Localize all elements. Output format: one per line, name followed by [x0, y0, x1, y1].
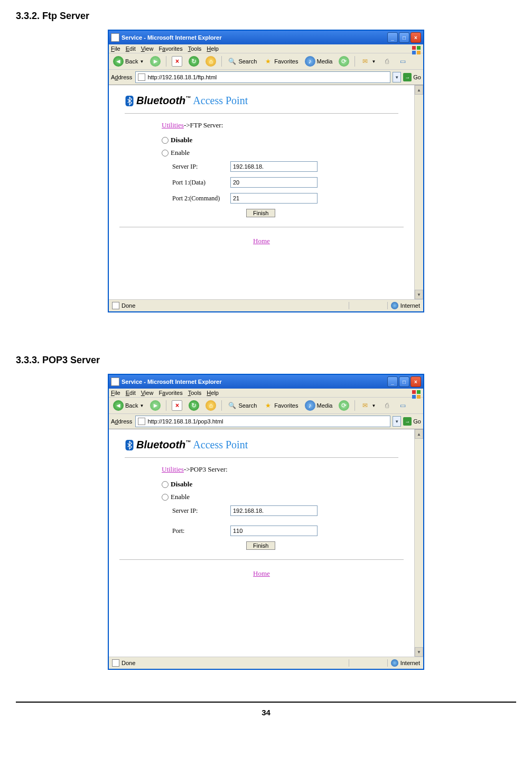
- edit-button[interactable]: ▭: [396, 56, 409, 67]
- go-button[interactable]: →Go: [403, 73, 421, 81]
- minimize-button[interactable]: _: [387, 376, 398, 387]
- port2-input[interactable]: [230, 193, 318, 204]
- menu-file[interactable]: File: [111, 390, 120, 396]
- browser-window-ftp: Service - Microsoft Internet Explorer _ …: [108, 30, 424, 312]
- go-button[interactable]: →Go: [403, 417, 421, 426]
- menu-view[interactable]: View: [141, 45, 154, 52]
- close-button[interactable]: ×: [410, 376, 421, 387]
- server-ip-label: Server IP:: [172, 507, 230, 515]
- enable-radio[interactable]: [162, 150, 169, 156]
- scroll-track[interactable]: [415, 439, 423, 647]
- address-dropdown[interactable]: ▼: [393, 72, 401, 82]
- port2-row: Port 2:(Command): [172, 193, 398, 204]
- port-input[interactable]: [230, 526, 318, 536]
- menu-help[interactable]: Help: [207, 390, 219, 396]
- stop-button[interactable]: ×: [170, 399, 184, 412]
- back-button[interactable]: ◄Back ▼: [111, 399, 146, 412]
- back-button[interactable]: ◄Back ▼: [111, 55, 146, 68]
- maximize-button[interactable]: □: [399, 376, 409, 387]
- port2-label: Port 2:(Command): [172, 195, 230, 202]
- home-button[interactable]: ⌂: [203, 399, 218, 412]
- scroll-down-button[interactable]: ▼: [415, 647, 423, 657]
- server-ip-input[interactable]: [230, 161, 318, 172]
- menu-favorites[interactable]: Favorites: [158, 45, 182, 52]
- home-link[interactable]: Home: [253, 237, 270, 245]
- internet-zone-icon: [391, 659, 398, 667]
- menu-edit[interactable]: Edit: [126, 390, 136, 396]
- svg-rect-7: [412, 395, 416, 399]
- menu-tools[interactable]: Tools: [188, 45, 202, 52]
- history-icon: ⟳: [339, 56, 349, 67]
- scroll-track[interactable]: [415, 95, 423, 290]
- home-button[interactable]: ⌂: [203, 55, 218, 68]
- bluetooth-icon: [125, 96, 134, 106]
- favorites-button[interactable]: ★Favorites: [261, 400, 300, 411]
- address-label: Address: [111, 74, 133, 80]
- forward-icon: ►: [150, 400, 161, 411]
- menu-file[interactable]: File: [111, 45, 120, 52]
- media-label: Media: [317, 402, 333, 409]
- finish-button[interactable]: Finish: [246, 209, 275, 217]
- print-button[interactable]: ⎙: [380, 56, 394, 67]
- close-button[interactable]: ×: [410, 32, 421, 43]
- forward-button[interactable]: ►: [148, 399, 163, 412]
- scroll-down-button[interactable]: ▼: [415, 290, 423, 299]
- breadcrumb-utilities-link[interactable]: Utilities: [162, 121, 184, 129]
- refresh-button[interactable]: ↻: [186, 399, 201, 412]
- menu-edit[interactable]: Edit: [126, 45, 136, 52]
- server-ip-input[interactable]: [230, 505, 318, 516]
- menu-favorites[interactable]: Favorites: [158, 390, 182, 396]
- breadcrumb-rest: ->POP3 Server:: [184, 465, 228, 473]
- browser-window-pop3: Service - Microsoft Internet Explorer _ …: [108, 374, 424, 670]
- forward-button[interactable]: ►: [148, 55, 163, 68]
- scrollbar[interactable]: ▲ ▼: [414, 429, 423, 657]
- search-button[interactable]: 🔍Search: [225, 400, 259, 411]
- home-link[interactable]: Home: [253, 569, 270, 577]
- media-button[interactable]: ♪Media: [303, 399, 335, 412]
- scrollbar[interactable]: ▲ ▼: [414, 85, 423, 299]
- favorites-button[interactable]: ★Favorites: [261, 56, 300, 67]
- history-button[interactable]: ⟳: [337, 399, 351, 412]
- favorites-label: Favorites: [274, 402, 298, 409]
- page-icon: [112, 659, 119, 667]
- svg-rect-6: [417, 390, 421, 394]
- page-footer-rule: [16, 702, 516, 703]
- address-dropdown[interactable]: ▼: [393, 416, 401, 427]
- media-icon: ♪: [305, 56, 315, 67]
- port-label: Port:: [172, 527, 230, 535]
- finish-button[interactable]: Finish: [246, 541, 275, 550]
- edit-icon: ▭: [398, 57, 407, 66]
- media-button[interactable]: ♪Media: [303, 55, 335, 68]
- server-ip-row: Server IP:: [172, 161, 398, 172]
- search-button[interactable]: 🔍Search: [225, 56, 259, 67]
- star-icon: ★: [263, 401, 273, 410]
- stop-icon: ×: [172, 400, 182, 411]
- mail-button[interactable]: ✉▼: [358, 56, 378, 67]
- scroll-up-button[interactable]: ▲: [415, 85, 423, 95]
- status-separator: [387, 302, 388, 309]
- history-button[interactable]: ⟳: [337, 55, 351, 68]
- refresh-button[interactable]: ↻: [186, 55, 201, 68]
- menu-help[interactable]: Help: [207, 45, 219, 52]
- disable-radio[interactable]: [162, 137, 169, 144]
- menu-tools[interactable]: Tools: [188, 390, 202, 396]
- breadcrumb-utilities-link[interactable]: Utilities: [162, 465, 184, 473]
- home-icon: ⌂: [206, 400, 216, 411]
- minimize-button[interactable]: _: [387, 32, 398, 43]
- print-button[interactable]: ⎙: [380, 400, 394, 411]
- disable-radio[interactable]: [162, 481, 169, 488]
- content-area: Bluetooth™ Access Point Utilities->FTP S…: [109, 85, 423, 299]
- home-link-row: Home: [125, 237, 398, 245]
- menu-view[interactable]: View: [141, 390, 154, 396]
- edit-button[interactable]: ▭: [396, 400, 409, 411]
- address-input[interactable]: http://192.168.18.1/pop3.html: [147, 418, 223, 425]
- mail-button[interactable]: ✉▼: [358, 400, 378, 411]
- back-label: Back: [125, 58, 138, 64]
- stop-button[interactable]: ×: [170, 55, 184, 68]
- page-icon: [138, 73, 145, 81]
- scroll-up-button[interactable]: ▲: [415, 429, 423, 439]
- enable-radio[interactable]: [162, 494, 169, 501]
- port1-input[interactable]: [230, 177, 318, 188]
- address-input[interactable]: http://192.168.18.1/ftp.html: [147, 74, 217, 80]
- maximize-button[interactable]: □: [399, 32, 409, 43]
